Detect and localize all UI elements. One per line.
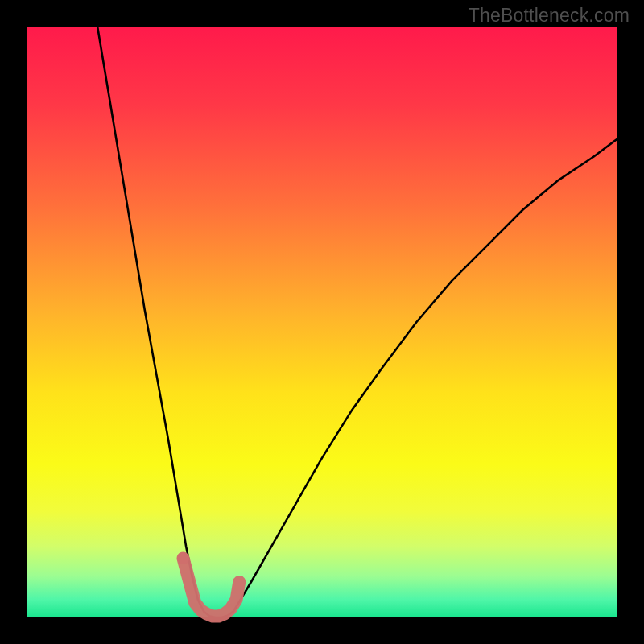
plot-area <box>27 27 617 617</box>
curve-layer <box>27 27 617 617</box>
bottleneck-curve <box>97 27 617 617</box>
watermark-text: TheBottleneck.com <box>469 5 630 27</box>
outer-frame: TheBottleneck.com <box>0 0 644 644</box>
highlight-dot <box>177 552 189 564</box>
highlight-band <box>184 559 240 617</box>
